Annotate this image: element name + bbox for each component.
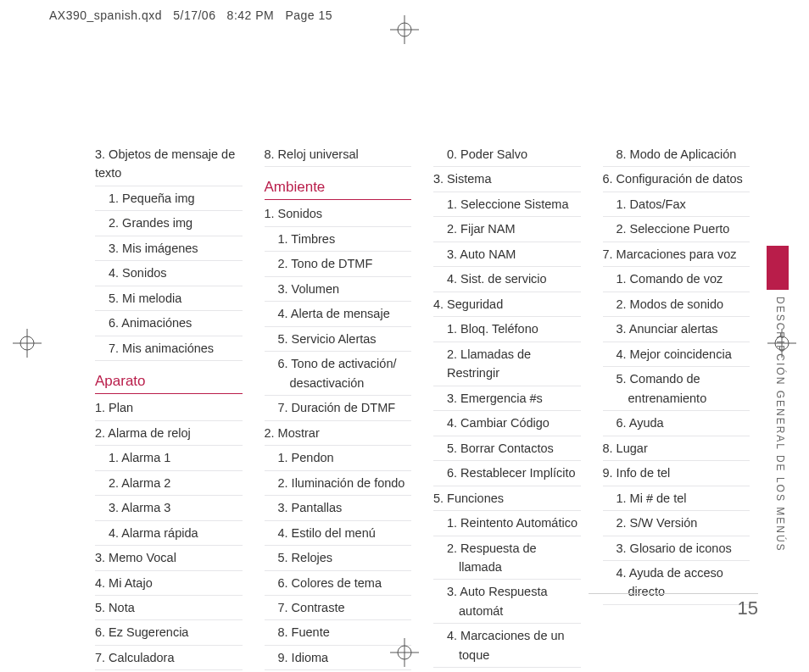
- menu-item: 3. Memo Vocal: [95, 546, 243, 570]
- section-aparato: Aparato: [95, 361, 243, 394]
- menu-item: 2. Alarma 2: [95, 471, 243, 496]
- menu-item: 4. Sonidos: [95, 261, 243, 286]
- header-file: AX390_spanish.qxd: [49, 8, 162, 22]
- menu-item: 8. Lugar: [603, 436, 750, 461]
- menu-item: 3. Anunciar alertas: [603, 317, 750, 342]
- menu-item: 1. Comando de voz: [603, 267, 750, 292]
- thumb-tab: [767, 246, 789, 290]
- side-title: DESCRIPCIÓN GENERAL DE LOS MENÚS: [774, 297, 786, 553]
- menu-item: 0. Poder Salvo: [433, 142, 581, 167]
- menu-item: 5. Comando de entrenamiento: [603, 367, 750, 411]
- menu-item: 6. Restablecer Implícito: [433, 461, 581, 486]
- menu-item: 2. Alarma de reloj: [95, 421, 243, 446]
- header-time: 8:42 PM: [227, 8, 275, 22]
- menu-item: 2. Mostrar: [265, 421, 412, 446]
- header-page-label: Page 15: [285, 8, 332, 22]
- menu-item: 2. Modos de sonido: [603, 292, 750, 317]
- menu-item: 6. Configuración de datos: [603, 167, 750, 192]
- menu-item: 3. Emergencia #s: [433, 386, 581, 411]
- menu-item: 1. Sonidos: [265, 202, 412, 226]
- menu-item: 3. Alarma 3: [95, 496, 243, 520]
- print-header: AX390_spanish.qxd 5/17/06 8:42 PM Page 1…: [49, 8, 332, 22]
- menu-item: 4. Mejor coincidencia: [603, 342, 750, 367]
- menu-item: 2. Llamadas de Restringir: [433, 342, 581, 386]
- menu-item: 3. Auto NAM: [433, 242, 581, 267]
- menu-item: 5. Servicio Alertas: [265, 327, 412, 352]
- menu-item: 6. Colores de tema: [265, 571, 412, 596]
- menu-item: 7. Mis animaciónes: [95, 336, 243, 361]
- column-3: 0. Poder Salvo3. Sistema1. Seleccione Si…: [433, 142, 581, 672]
- menu-item: 4. Ayuda de acceso directo: [603, 561, 750, 605]
- registration-mark-top: [390, 15, 419, 44]
- col3-list-a: 0. Poder Salvo3. Sistema1. Seleccione Si…: [433, 142, 581, 672]
- menu-item: 4. Alerta de mensaje: [265, 302, 412, 326]
- col2-list-b: 1. Sonidos1. Timbres2. Tono de DTMF3. Vo…: [265, 202, 412, 670]
- menu-item: 2. Fijar NAM: [433, 217, 581, 242]
- page-number-rule: [589, 593, 758, 594]
- page: AX390_spanish.qxd 5/17/06 8:42 PM Page 1…: [0, 0, 809, 672]
- menu-item: 7. Calculadora: [95, 646, 243, 670]
- menu-item: 2. Grandes img: [95, 211, 243, 236]
- menu-item: 5. Privacidad de voz: [433, 668, 581, 672]
- menu-item: 1. Reintento Automático: [433, 511, 581, 536]
- menu-item: 6. Ayuda: [603, 411, 750, 436]
- menu-item: 1. Bloq. Teléfono: [433, 317, 581, 342]
- col1-list-a: 3. Objetos de mensaje de texto1. Pequeña…: [95, 142, 243, 361]
- menu-item: 3. Sistema: [433, 167, 581, 192]
- column-1: 3. Objetos de mensaje de texto1. Pequeña…: [95, 142, 243, 672]
- menu-item: 1. Plan: [95, 396, 243, 420]
- menu-item: 1. Pequeña img: [95, 186, 243, 211]
- menu-item: 2. Respuesta de llamada: [433, 536, 581, 580]
- registration-mark-left: [13, 329, 42, 358]
- menu-item: 8. Reloj universal: [265, 142, 412, 167]
- menu-item: 1. Pendon: [265, 446, 412, 470]
- menu-item: 1. Timbres: [265, 227, 412, 252]
- menu-item: 1. Mi # de tel: [603, 486, 750, 511]
- menu-item: 4. Marcaciones de un toque: [433, 624, 581, 668]
- section-ambiente: Ambiente: [265, 167, 412, 200]
- menu-item: 6. Animaciónes: [95, 311, 243, 336]
- page-number: 15: [738, 597, 758, 619]
- menu-item: 3. Volumen: [265, 277, 412, 302]
- menu-item: 1. Datos/Fax: [603, 192, 750, 217]
- menu-item: 4. Cambiar Código: [433, 411, 581, 436]
- menu-item: 1. Seleccione Sistema: [433, 192, 581, 217]
- menu-item: 7. Marcaciones para voz: [603, 242, 750, 267]
- menu-item: 5. Funciones: [433, 486, 581, 511]
- menu-item: 9. Info de tel: [603, 461, 750, 486]
- menu-item: 4. Estilo del menú: [265, 521, 412, 546]
- menu-item: 8. Modo de Aplicación: [603, 142, 750, 167]
- menu-item: 2. Tono de DTMF: [265, 252, 412, 276]
- col1-list-b: 1. Plan2. Alarma de reloj1. Alarma 12. A…: [95, 396, 243, 670]
- col4-list-a: 8. Modo de Aplicación6. Configuración de…: [603, 142, 750, 605]
- menu-item: 4. Seguridad: [433, 292, 581, 317]
- menu-item: 3. Auto Respuesta automát: [433, 580, 581, 624]
- menu-item: 5. Mi melodia: [95, 286, 243, 311]
- column-2: 8. Reloj universal Ambiente 1. Sonidos1.…: [265, 142, 412, 672]
- registration-mark-bottom: [390, 638, 419, 667]
- menu-item: 3. Glosario de iconos: [603, 536, 750, 561]
- menu-item: 7. Contraste: [265, 596, 412, 620]
- menu-item: 5. Borrar Contactos: [433, 436, 581, 461]
- menu-item: 9. Idioma: [265, 646, 412, 670]
- menu-item: 5. Relojes: [265, 546, 412, 570]
- menu-item: 6. Tono de activación/ desactivación: [265, 352, 412, 396]
- menu-item: 1. Alarma 1: [95, 446, 243, 470]
- menu-item: 6. Ez Sugerencia: [95, 620, 243, 645]
- col2-list-a: 8. Reloj universal: [265, 142, 412, 167]
- menu-item: 8. Fuente: [265, 620, 412, 645]
- menu-item: 3. Pantallas: [265, 496, 412, 520]
- menu-item: 4. Alarma rápida: [95, 521, 243, 546]
- menu-item: 2. Seleccione Puerto: [603, 217, 750, 242]
- menu-item: 4. Mi Atajo: [95, 571, 243, 596]
- header-date: 5/17/06: [173, 8, 215, 22]
- menu-item: 3. Mis imágenes: [95, 236, 243, 261]
- menu-item: 2. S/W Versión: [603, 511, 750, 536]
- menu-item: 7. Duración de DTMF: [265, 396, 412, 420]
- menu-item: 2. Iluminación de fondo: [265, 471, 412, 496]
- menu-item: 5. Nota: [95, 596, 243, 620]
- menu-item: 4. Sist. de servicio: [433, 267, 581, 292]
- menu-item: 3. Objetos de mensaje de texto: [95, 142, 243, 186]
